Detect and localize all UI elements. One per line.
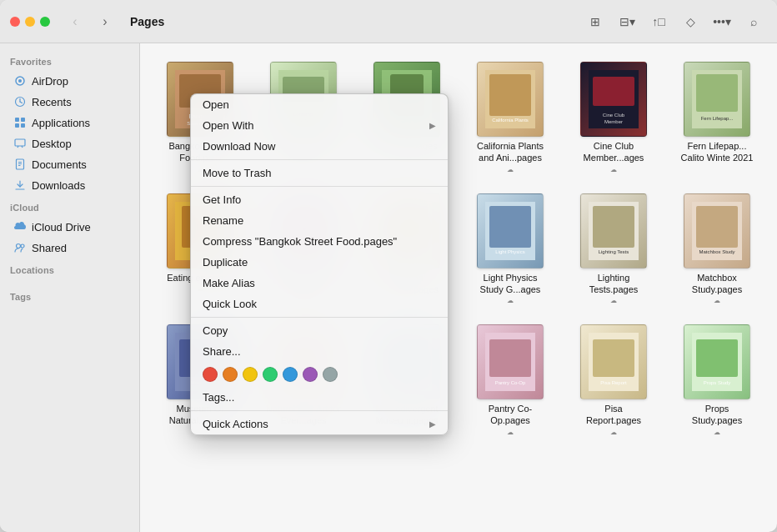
forward-button[interactable]: › bbox=[93, 10, 117, 33]
icloud-drive-icon bbox=[13, 220, 27, 233]
ctx-open-with[interactable]: Open With ▶ bbox=[191, 115, 448, 136]
color-dot-red[interactable] bbox=[203, 367, 218, 382]
grid-icon: ⊞ bbox=[590, 15, 600, 28]
sidebar-item-documents[interactable]: Documents bbox=[3, 154, 136, 174]
svg-point-1 bbox=[18, 79, 22, 83]
color-dot-purple[interactable] bbox=[303, 367, 318, 382]
sidebar-item-airdrop[interactable]: AirDrop bbox=[3, 71, 136, 91]
ctx-move-trash[interactable]: Move to Trash bbox=[191, 163, 448, 183]
sidebar-item-documents-label: Documents bbox=[32, 158, 87, 171]
chevron-left-icon: ‹ bbox=[73, 14, 77, 29]
context-menu: Open Open With ▶ Download Now Move to Tr… bbox=[190, 93, 449, 435]
share-button[interactable]: ↑□ bbox=[645, 10, 672, 33]
chevron-right-icon: › bbox=[103, 14, 107, 29]
ctx-make-alias-label: Make Alias bbox=[203, 277, 255, 289]
ellipsis-icon: •••▾ bbox=[713, 15, 731, 28]
ctx-copy[interactable]: Copy bbox=[191, 320, 448, 341]
search-button[interactable]: ⌕ bbox=[740, 10, 767, 33]
color-dot-green[interactable] bbox=[263, 367, 278, 382]
ctx-tags[interactable]: Tags... bbox=[191, 387, 448, 408]
svg-rect-6 bbox=[21, 118, 25, 122]
share-icon: ↑□ bbox=[652, 15, 664, 28]
grid-options-icon: ⊟▾ bbox=[619, 15, 635, 28]
color-dot-yellow[interactable] bbox=[243, 367, 258, 382]
search-icon: ⌕ bbox=[750, 15, 757, 28]
sidebar-item-desktop[interactable]: Desktop bbox=[3, 133, 136, 153]
ctx-open[interactable]: Open bbox=[191, 94, 448, 115]
finder-window: ‹ › Pages ⊞ ⊟▾ ↑□ ◇ •••▾ ⌕ bbox=[0, 0, 777, 532]
minimize-button[interactable] bbox=[25, 17, 35, 27]
view-toggle-button[interactable]: ⊞ bbox=[582, 10, 609, 33]
ctx-quick-look-label: Quick Look bbox=[203, 298, 257, 310]
svg-rect-5 bbox=[15, 118, 19, 122]
ctx-rename-label: Rename bbox=[203, 214, 243, 227]
ctx-copy-label: Copy bbox=[203, 324, 228, 337]
downloads-icon bbox=[13, 178, 27, 192]
back-button[interactable]: ‹ bbox=[63, 10, 87, 33]
context-menu-overlay: Open Open With ▶ Download Now Move to Tr… bbox=[140, 43, 777, 532]
sidebar-item-applications-label: Applications bbox=[32, 117, 90, 129]
more-button[interactable]: •••▾ bbox=[709, 10, 735, 33]
ctx-share[interactable]: Share... bbox=[191, 341, 448, 362]
svg-rect-7 bbox=[15, 123, 19, 128]
ctx-move-trash-label: Move to Trash bbox=[203, 167, 271, 179]
shared-icon bbox=[13, 241, 27, 254]
svg-rect-9 bbox=[15, 139, 25, 146]
ctx-quick-actions[interactable]: Quick Actions ▶ bbox=[191, 414, 448, 434]
ctx-make-alias[interactable]: Make Alias bbox=[191, 273, 448, 294]
ctx-compress[interactable]: Compress "Bangkok Street Food.pages" bbox=[191, 231, 448, 252]
ctx-separator-1 bbox=[191, 159, 448, 160]
ctx-separator-4 bbox=[191, 410, 448, 411]
sidebar-item-downloads[interactable]: Downloads bbox=[3, 175, 136, 195]
sidebar-favorites-header: Favorites bbox=[0, 50, 139, 70]
tag-button[interactable]: ◇ bbox=[677, 10, 704, 33]
sidebar-locations-header: Locations bbox=[0, 258, 139, 279]
desktop-icon bbox=[13, 137, 27, 150]
sidebar-item-shared[interactable]: Shared bbox=[3, 238, 136, 258]
ctx-quick-actions-label: Quick Actions bbox=[203, 418, 268, 430]
traffic-lights bbox=[10, 17, 50, 27]
sidebar-item-shared-label: Shared bbox=[32, 242, 67, 254]
tag-icon: ◇ bbox=[686, 15, 695, 28]
ctx-download-now[interactable]: Download Now bbox=[191, 136, 448, 157]
ctx-duplicate[interactable]: Duplicate bbox=[191, 252, 448, 273]
svg-line-4 bbox=[20, 102, 23, 103]
sidebar-item-applications[interactable]: Applications bbox=[3, 113, 136, 133]
sidebar: Favorites AirDrop bbox=[0, 43, 140, 532]
ctx-share-label: Share... bbox=[203, 345, 241, 358]
view-options-button[interactable]: ⊟▾ bbox=[614, 10, 640, 33]
applications-icon bbox=[13, 116, 27, 129]
ctx-quick-actions-arrow: ▶ bbox=[429, 419, 436, 429]
svg-rect-8 bbox=[21, 123, 25, 128]
sidebar-item-downloads-label: Downloads bbox=[32, 179, 85, 192]
titlebar: ‹ › Pages ⊞ ⊟▾ ↑□ ◇ •••▾ ⌕ bbox=[0, 0, 777, 43]
ctx-get-info[interactable]: Get Info bbox=[191, 189, 448, 210]
file-area: BangkokStreet Food Bangkok Street Food.p… bbox=[140, 43, 777, 532]
sidebar-item-airdrop-label: AirDrop bbox=[32, 75, 68, 88]
sidebar-item-icloud-drive[interactable]: iCloud Drive bbox=[3, 217, 136, 237]
ctx-separator-2 bbox=[191, 186, 448, 187]
window-title: Pages bbox=[130, 15, 164, 28]
ctx-compress-label: Compress "Bangkok Street Food.pages" bbox=[203, 235, 397, 248]
sidebar-item-icloud-drive-label: iCloud Drive bbox=[32, 221, 91, 233]
ctx-duplicate-label: Duplicate bbox=[203, 256, 248, 269]
color-dot-gray[interactable] bbox=[323, 367, 338, 382]
ctx-rename[interactable]: Rename bbox=[191, 210, 448, 231]
sidebar-icloud-header: iCloud bbox=[0, 196, 139, 216]
ctx-color-picker bbox=[191, 362, 448, 387]
ctx-open-with-label: Open With bbox=[203, 119, 253, 132]
toolbar-right: ⊞ ⊟▾ ↑□ ◇ •••▾ ⌕ bbox=[582, 10, 767, 33]
recents-icon bbox=[13, 95, 27, 108]
color-dot-blue[interactable] bbox=[283, 367, 298, 382]
main-content: Favorites AirDrop bbox=[0, 43, 777, 532]
sidebar-item-desktop-label: Desktop bbox=[32, 138, 72, 150]
ctx-open-label: Open bbox=[203, 98, 229, 111]
sidebar-item-recents-label: Recents bbox=[32, 96, 72, 108]
airdrop-icon bbox=[13, 74, 27, 88]
ctx-quick-look[interactable]: Quick Look bbox=[191, 294, 448, 314]
color-dot-orange[interactable] bbox=[223, 367, 238, 382]
close-button[interactable] bbox=[10, 17, 20, 27]
sidebar-item-recents[interactable]: Recents bbox=[3, 92, 136, 112]
ctx-get-info-label: Get Info bbox=[203, 193, 241, 206]
maximize-button[interactable] bbox=[40, 17, 50, 27]
